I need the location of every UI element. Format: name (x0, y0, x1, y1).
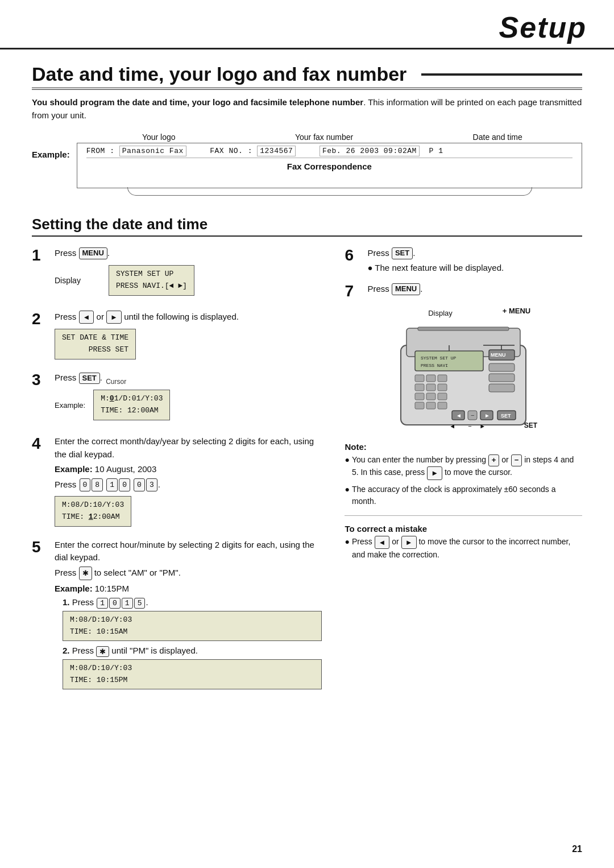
note-section: Note: ● You can enter the number by pres… (345, 442, 582, 507)
step-4-number: 4 (32, 435, 50, 453)
diagram-left-arrow-label: ◄ (449, 423, 455, 429)
step-4-display: M:08/D:10/Y:03TIME: 12:00AM (55, 496, 131, 527)
step-1-content: Press MENU. Display SYSTEM SET UPPRESS N… (55, 247, 322, 301)
step-3-number: 3 (32, 371, 50, 389)
steps-left: 1 Press MENU. Display SYSTEM SET UPPRESS… (32, 247, 322, 704)
right-arrow-correct: ► (401, 536, 417, 549)
set-key-3: SET (79, 373, 100, 385)
fax-example-wrapper: Your logo Your fax number Date and time … (77, 133, 582, 188)
sub-step-1: 1. Press 1015. M:08/D:10/Y:03TIME: 10:15… (63, 597, 322, 641)
sub-key-0: 0 (109, 598, 121, 609)
fax-line1: FROM : Panasonic Fax FAX NO. : 1234567 F… (86, 147, 572, 158)
minus-key-note: − (511, 454, 522, 466)
right-arrow-key-2: ► (106, 311, 122, 324)
divider (345, 515, 582, 516)
sub-key-5: 5 (134, 598, 146, 609)
fax-number: FAX NO. : 1234567 (210, 146, 296, 156)
main-content: Date and time, your logo and fax number … (0, 49, 614, 717)
to-correct-section: To correct a mistake ● Press ◄ or ► to m… (345, 524, 582, 561)
svg-rect-14 (415, 402, 424, 409)
step-3-display: M:01/D:01/Y:03TIME: 12:00AM (93, 390, 170, 420)
step-2: 2 Press ◄ or ► until the following is di… (32, 311, 322, 362)
svg-rect-10 (438, 384, 447, 391)
key-0-b: 0 (119, 478, 130, 492)
note-item-1: ● You can enter the number by pressing +… (345, 454, 582, 480)
svg-rect-16 (438, 402, 447, 409)
step-3-content: Press SET. Example: Cursor M:01/D:01/Y:0… (55, 371, 322, 426)
title-decoration (421, 73, 582, 76)
svg-rect-9 (426, 384, 435, 391)
menu-key-1: MENU (79, 247, 107, 259)
left-arrow-correct: ◄ (375, 536, 390, 549)
sub-key-1: 1 (97, 598, 108, 609)
step-5-content: Enter the correct hour/minute by selecti… (55, 539, 322, 695)
svg-rect-30 (418, 327, 509, 330)
step-5-number: 5 (32, 539, 50, 556)
set-key-6: SET (392, 247, 413, 259)
star-key: ✱ (79, 567, 92, 580)
step-6-content: Press SET. ● The next feature will be di… (367, 247, 582, 277)
key-0-c: 0 (134, 478, 145, 492)
to-correct-item: ● Press ◄ or ► to move the cursor to the… (345, 536, 582, 561)
svg-rect-15 (426, 402, 435, 409)
key-0-a: 0 (80, 478, 91, 492)
sub-key-1b: 1 (122, 598, 133, 609)
svg-rect-19 (489, 363, 515, 371)
star-key-2: ✱ (96, 646, 109, 657)
step-2-display: SET DATE & TIME PRESS SET (55, 329, 136, 359)
step-5: 5 Enter the correct hour/minute by selec… (32, 539, 322, 695)
step-1-number: 1 (32, 247, 50, 264)
note-title: Note: (345, 442, 582, 452)
your-fax-number-label: Your fax number (295, 133, 353, 142)
step-2-number: 2 (32, 311, 50, 328)
right-arrow-note: ► (427, 466, 442, 480)
page-title: Date and time, your logo and fax number (32, 63, 582, 90)
key-1: 1 (106, 478, 118, 492)
step-5-sub1-display: M:08/D:10/Y:03TIME: 10:15AM (63, 611, 322, 642)
your-logo-label: Your logo (142, 133, 176, 142)
step-2-content: Press ◄ or ► until the following is disp… (55, 311, 322, 362)
fax-header-labels: Your logo Your fax number Date and time (77, 133, 582, 142)
diagram-set-label: SET (524, 421, 537, 429)
page-number: 21 (572, 844, 582, 854)
step-3-display-row: Example: Cursor M:01/D:01/Y:03TIME: 12:0… (55, 387, 322, 423)
svg-rect-20 (489, 374, 515, 382)
step-6: 6 Press SET. ● The next feature will be … (345, 247, 582, 277)
fax-machine-diagram: SYSTEM SET UP PRESS NAVI (384, 311, 543, 431)
svg-rect-5 (415, 375, 424, 382)
step-1-display-row: Display SYSTEM SET UPPRESS NAVI.[◄ ►] (55, 262, 322, 299)
sub-step-2: 2. Press ✱ until "PM" is displayed. M:08… (63, 646, 322, 689)
fax-datetime: Feb. 26 2003 09:02AM P 1 (320, 146, 443, 156)
cursor-label: Cursor (106, 378, 126, 386)
example-label: Example: (32, 150, 70, 159)
left-arrow-key-2: ◄ (79, 311, 94, 324)
step-7-number: 7 (345, 283, 363, 300)
date-and-time-label: Date and time (473, 133, 522, 142)
svg-rect-13 (438, 393, 447, 400)
diagram-display-label: Display (428, 309, 453, 317)
step-1-display: SYSTEM SET UPPRESS NAVI.[◄ ►] (109, 265, 194, 296)
svg-rect-21 (489, 384, 515, 392)
svg-rect-6 (426, 375, 435, 382)
key-8: 8 (92, 478, 103, 492)
svg-rect-11 (415, 393, 424, 400)
steps-container: 1 Press MENU. Display SYSTEM SET UPPRESS… (32, 247, 582, 704)
svg-text:SET: SET (501, 413, 511, 419)
fax-machine-svg: SYSTEM SET UP PRESS NAVI (384, 311, 543, 431)
fax-example-box: FROM : Panasonic Fax FAX NO. : 1234567 F… (77, 143, 582, 188)
to-correct-title: To correct a mistake (345, 524, 582, 534)
fax-example-area: Example: Your logo Your fax number Date … (32, 133, 582, 188)
svg-text:◄: ◄ (456, 412, 462, 419)
step-7: 7 Press MENU. (345, 283, 582, 300)
step-4: 4 Enter the correct month/day/year by se… (32, 435, 322, 530)
fax-from: FROM : Panasonic Fax (86, 146, 186, 156)
header-title: Setup (499, 11, 587, 44)
step-4-content: Enter the correct month/day/year by sele… (55, 435, 322, 530)
menu-key-7: MENU (392, 283, 420, 295)
note-item-2: ● The accuracy of the clock is approxima… (345, 483, 582, 507)
plus-key-note: + (488, 454, 500, 466)
diagram-right-arrow-label: ► (479, 423, 486, 429)
diagram-minus-label: − (468, 423, 471, 429)
svg-text:MENU: MENU (491, 352, 506, 358)
steps-right: 6 Press SET. ● The next feature will be … (345, 247, 582, 704)
